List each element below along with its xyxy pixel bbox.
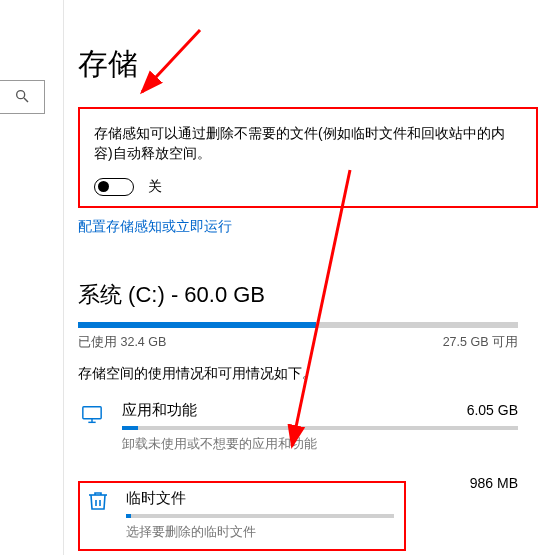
category-subtitle: 选择要删除的临时文件 xyxy=(126,524,394,541)
main-content: 存储 存储感知可以通过删除不需要的文件(例如临时文件和回收站中的内容)自动释放空… xyxy=(78,44,538,555)
drive-used-label: 已使用 32.4 GB xyxy=(78,334,166,351)
trash-icon xyxy=(86,489,110,516)
configure-storage-sense-link[interactable]: 配置存储感知或立即运行 xyxy=(78,218,232,236)
drive-usage-bar xyxy=(78,322,518,328)
search-icon xyxy=(14,88,30,107)
category-temp-files[interactable]: 临时文件 选择要删除的临时文件 xyxy=(126,489,394,541)
category-temp-files-highlight: 临时文件 选择要删除的临时文件 xyxy=(78,481,406,551)
storage-sense-description: 存储感知可以通过删除不需要的文件(例如临时文件和回收站中的内容)自动释放空间。 xyxy=(94,123,522,164)
svg-rect-2 xyxy=(83,406,101,418)
drive-caption: 存储空间的使用情况和可用情况如下。 xyxy=(78,365,538,383)
left-panel xyxy=(0,0,64,555)
category-name: 临时文件 xyxy=(126,489,186,508)
drive-title: 系统 (C:) - 60.0 GB xyxy=(78,280,538,310)
drive-usage-labels: 已使用 32.4 GB 27.5 GB 可用 xyxy=(78,334,518,351)
storage-sense-section: 存储感知可以通过删除不需要的文件(例如临时文件和回收站中的内容)自动释放空间。 … xyxy=(78,107,538,208)
drive-free-label: 27.5 GB 可用 xyxy=(443,334,518,351)
category-bar xyxy=(122,426,518,430)
svg-line-1 xyxy=(24,98,28,102)
search-box[interactable] xyxy=(0,80,45,114)
storage-sense-toggle[interactable] xyxy=(94,178,134,196)
monitor-icon xyxy=(78,403,106,427)
drive-usage-fill xyxy=(78,322,316,328)
category-apps[interactable]: 应用和功能 6.05 GB 卸载未使用或不想要的应用和功能 xyxy=(78,401,518,453)
category-name: 应用和功能 xyxy=(122,401,197,420)
category-subtitle: 卸载未使用或不想要的应用和功能 xyxy=(122,436,518,453)
storage-sense-toggle-label: 关 xyxy=(148,178,162,196)
page-title: 存储 xyxy=(78,44,538,85)
svg-point-0 xyxy=(17,90,25,98)
category-size: 6.05 GB xyxy=(467,402,518,418)
category-bar xyxy=(126,514,394,518)
category-size: 986 MB xyxy=(470,475,518,491)
